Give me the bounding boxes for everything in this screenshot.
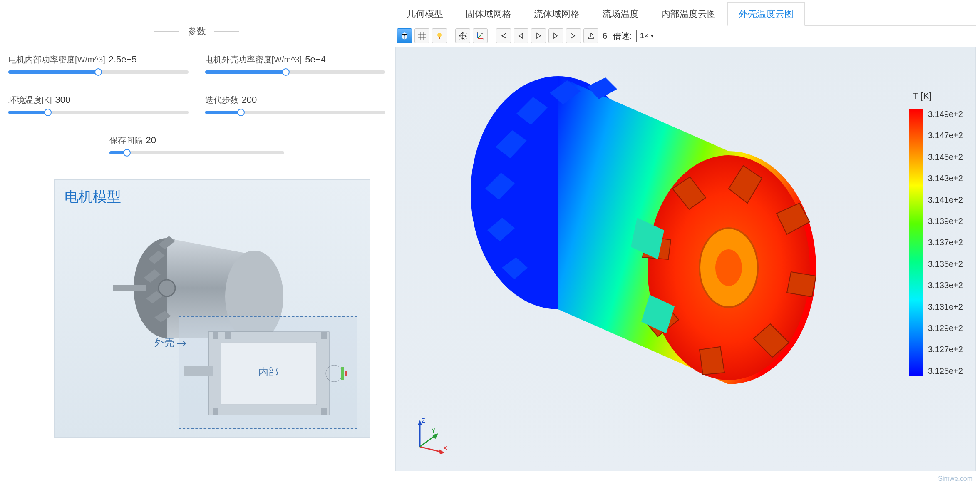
axes-icon: zyx (476, 32, 484, 40)
svg-marker-25 (519, 33, 523, 38)
legend-tick: 3.131e+2 (928, 302, 963, 312)
svg-line-35 (420, 447, 442, 452)
svg-point-18 (437, 33, 442, 37)
move-icon (459, 32, 467, 40)
slider-thumb[interactable] (44, 109, 52, 116)
param-ambient-temp: 环境温度[K] 300 (8, 95, 189, 114)
legend-tick: 3.129e+2 (928, 323, 963, 333)
speed-label: 倍速: (611, 30, 634, 42)
axes-button[interactable]: zyx (473, 28, 488, 43)
model-diagram: 电机模型 (54, 179, 370, 438)
svg-rect-12 (213, 408, 218, 415)
speed-value: 1× (640, 32, 649, 40)
svg-marker-27 (554, 33, 557, 38)
axis-y-label: Y (432, 427, 436, 434)
slider-thumb[interactable] (282, 68, 290, 76)
param-value: 20 (146, 135, 156, 146)
last-frame-button[interactable] (566, 28, 581, 43)
color-legend: 3.149e+2 3.147e+2 3.145e+2 3.143e+2 3.14… (909, 109, 963, 376)
svg-rect-3 (113, 285, 146, 291)
export-icon (587, 32, 595, 40)
model-title: 电机模型 (55, 180, 370, 214)
svg-rect-19 (439, 37, 440, 39)
skip-first-icon (500, 32, 507, 40)
slider-inner-power-density[interactable] (8, 70, 189, 74)
svg-rect-8 (184, 366, 213, 376)
svg-text:z: z (477, 32, 478, 34)
skip-last-icon (570, 32, 577, 40)
arrow-right-icon (177, 340, 189, 347)
param-label: 迭代步数 (205, 95, 238, 106)
svg-rect-10 (225, 332, 231, 339)
export-button[interactable] (583, 28, 598, 43)
svg-rect-9 (213, 332, 218, 339)
legend-tick: 3.133e+2 (928, 281, 963, 290)
param-label: 保存间隔 (109, 135, 143, 146)
param-label: 环境温度[K] (8, 95, 52, 106)
legend-tick: 3.139e+2 (928, 216, 963, 226)
first-frame-button[interactable] (496, 28, 511, 43)
speed-select[interactable]: 1× (636, 30, 657, 42)
result-panel: 几何模型 固体域网格 流体域网格 流场温度 内部温度云图 外壳温度云图 zyx (393, 0, 980, 485)
cross-section-box: 外壳 内部 (179, 316, 357, 429)
step-back-icon (517, 32, 525, 40)
svg-marker-28 (571, 33, 575, 38)
legend-tick: 3.145e+2 (928, 152, 963, 162)
param-label: 电机内部功率密度[W/m^3] (8, 54, 105, 65)
light-button[interactable] (432, 28, 447, 43)
svg-point-2 (159, 280, 175, 296)
tab-flow-temp[interactable]: 流场温度 (591, 2, 650, 26)
viewer-toolbar: zyx 6 倍速: 1× (395, 26, 976, 47)
param-value: 200 (242, 95, 257, 105)
label-inner: 内部 (258, 365, 278, 378)
svg-rect-11 (321, 332, 327, 339)
svg-point-32 (715, 249, 742, 286)
axis-triad-icon: Z X Y (412, 417, 450, 454)
next-frame-button[interactable] (548, 28, 563, 43)
tab-solid-mesh[interactable]: 固体域网格 (454, 2, 523, 26)
legend-tick: 3.125e+2 (928, 366, 963, 376)
grid-button[interactable] (414, 28, 429, 43)
slider-outer-power-density[interactable] (205, 70, 385, 74)
grid-icon (418, 32, 426, 40)
svg-marker-26 (537, 33, 541, 38)
param-outer-power-density: 电机外壳功率密度[W/m^3] 5e+4 (205, 54, 385, 74)
play-button[interactable] (531, 28, 546, 43)
prev-frame-button[interactable] (514, 28, 528, 43)
move-button[interactable] (455, 28, 470, 43)
param-value: 5e+4 (305, 54, 326, 65)
legend-tick: 3.147e+2 (928, 131, 963, 140)
tab-outer-temp[interactable]: 外壳温度云图 (727, 2, 805, 26)
legend-tick: 3.127e+2 (928, 345, 963, 354)
slider-thumb[interactable] (123, 149, 131, 157)
parameters-panel: 参数 电机内部功率密度[W/m^3] 2.5e+5 电机外壳功率密度[W/m^3… (0, 0, 393, 485)
watermark: Simwe.com (938, 475, 973, 483)
section-title: 参数 (4, 25, 389, 37)
param-label: 电机外壳功率密度[W/m^3] (205, 54, 302, 65)
param-value: 300 (55, 95, 70, 105)
param-iterations: 迭代步数 200 (205, 95, 385, 114)
viewport-3d[interactable]: T [K] 3.149e+2 3.147e+2 3.145e+2 3.143e+… (395, 47, 976, 471)
svg-line-37 (420, 435, 435, 447)
legend-tick: 3.141e+2 (928, 195, 963, 205)
scene-3d-button[interactable] (397, 28, 412, 43)
param-save-interval: 保存间隔 20 (109, 135, 284, 154)
slider-iterations[interactable] (205, 111, 385, 114)
legend-tick: 3.143e+2 (928, 174, 963, 183)
legend-tick: 3.135e+2 (928, 259, 963, 269)
slider-thumb[interactable] (237, 109, 245, 116)
tab-inner-temp[interactable]: 内部温度云图 (650, 2, 727, 26)
slider-thumb[interactable] (94, 68, 102, 76)
frame-number: 6 (601, 31, 609, 41)
result-tabs: 几何模型 固体域网格 流体域网格 流场温度 内部温度云图 外壳温度云图 (395, 2, 976, 26)
slider-ambient-temp[interactable] (8, 111, 189, 114)
legend-title: T [K] (913, 91, 932, 102)
legend-tick: 3.149e+2 (928, 109, 963, 119)
tab-geometry[interactable]: 几何模型 (395, 2, 454, 26)
colorbar-ticks: 3.149e+2 3.147e+2 3.145e+2 3.143e+2 3.14… (928, 109, 963, 376)
tab-fluid-mesh[interactable]: 流体域网格 (523, 2, 591, 26)
svg-marker-24 (502, 33, 506, 38)
axis-x-label: X (443, 445, 447, 451)
motor-temperature-render (429, 64, 845, 438)
slider-save-interval[interactable] (109, 151, 284, 154)
